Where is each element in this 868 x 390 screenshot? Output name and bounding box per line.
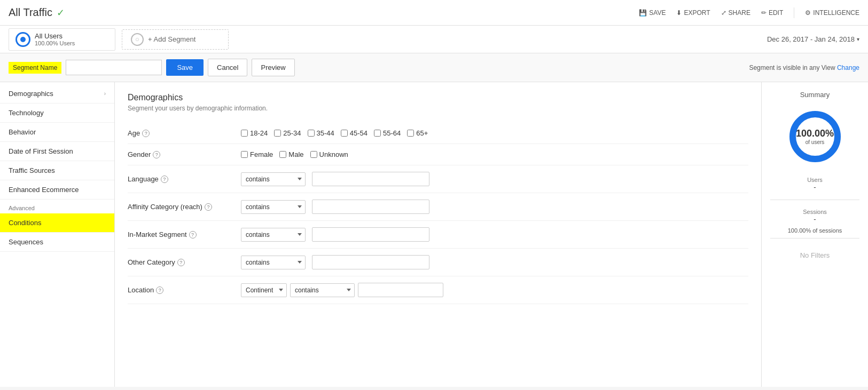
other-category-operator[interactable]: contains doesn't contain exactly matches… [241, 256, 306, 269]
in-market-label: In-Market Segment ? [128, 230, 234, 238]
donut-percent: 100.00% [796, 128, 834, 139]
other-category-row: Other Category ? contains doesn't contai… [128, 249, 748, 276]
location-operator[interactable]: contains doesn't contain exactly matches… [290, 283, 355, 297]
page-title: All Traffic [9, 6, 52, 19]
verified-icon: ✓ [57, 7, 65, 19]
demographics-title: Demographics [128, 93, 748, 102]
summary-divider-1 [770, 200, 859, 200]
location-help-icon[interactable]: ? [156, 286, 163, 294]
top-bar: All Traffic ✓ 💾 SAVE ⬇ EXPORT ⤢ SHARE ✏ … [0, 0, 868, 26]
in-market-operator[interactable]: contains doesn't contain exactly matches… [241, 228, 306, 242]
chevron-right-icon: › [104, 91, 106, 97]
age-65plus[interactable]: 65+ [407, 129, 428, 137]
gender-female[interactable]: Female [241, 150, 273, 158]
age-row: Age ? 18-24 25-34 35-44 45-54 55-64 [128, 123, 748, 144]
segment-bar: All Users 100.00% Users ○ + Add Segment … [0, 26, 868, 53]
in-market-help-icon[interactable]: ? [189, 231, 197, 238]
age-55-64[interactable]: 55-64 [374, 129, 401, 137]
gender-help-icon[interactable]: ? [153, 151, 160, 158]
sidebar-item-demographics[interactable]: Demographics › [0, 84, 114, 104]
segment-circle-inner [20, 37, 26, 42]
age-25-34[interactable]: 25-34 [274, 129, 301, 137]
gender-unknown[interactable]: Unknown [310, 150, 348, 158]
location-input[interactable] [358, 283, 443, 297]
preview-button[interactable]: Preview [252, 59, 294, 76]
advanced-label: Advanced [0, 200, 114, 213]
add-segment[interactable]: ○ + Add Segment [122, 29, 229, 50]
sidebar-item-enhanced-ecommerce[interactable]: Enhanced Ecommerce [0, 180, 114, 200]
cancel-button[interactable]: Cancel [208, 59, 247, 76]
segment-info: All Users 100.00% Users [35, 32, 75, 46]
language-help-icon[interactable]: ? [161, 176, 168, 183]
segment-sub: 100.00% Users [35, 40, 75, 46]
segment-name-label: Segment Name [9, 62, 61, 74]
save-icon: 💾 [639, 9, 647, 17]
chevron-down-icon: ▾ [857, 36, 859, 42]
age-help-icon[interactable]: ? [142, 130, 150, 137]
date-range-text: Dec 26, 2017 - Jan 24, 2018 [767, 35, 855, 43]
other-category-label: Other Category ? [128, 258, 234, 266]
edit-label: EDIT [769, 9, 783, 17]
other-category-help-icon[interactable]: ? [177, 259, 185, 266]
demographics-subtitle: Segment your users by demographic inform… [128, 105, 748, 112]
segment-bar-left: All Users 100.00% Users ○ + Add Segment [9, 28, 229, 51]
in-market-input[interactable] [312, 227, 429, 242]
affinity-input[interactable] [312, 200, 429, 214]
export-label: EXPORT [684, 9, 710, 17]
affinity-operator[interactable]: contains doesn't contain exactly matches… [241, 200, 306, 214]
location-selects: Continent Country Region Metro City cont… [241, 283, 443, 297]
other-category-input[interactable] [312, 255, 429, 269]
sidebar-item-sequences[interactable]: Sequences [0, 233, 114, 252]
segment-name-bar: Segment Name Save Cancel Preview Segment… [0, 53, 868, 82]
edit-action[interactable]: ✏ EDIT [761, 9, 783, 17]
save-button[interactable]: Save [166, 59, 204, 76]
sidebar-item-behavior[interactable]: Behavior [0, 123, 114, 142]
gender-male[interactable]: Male [279, 150, 303, 158]
intelligence-action[interactable]: ⚙ INTELLIGENCE [805, 9, 859, 17]
language-label: Language ? [128, 175, 234, 183]
sessions-label: Sessions [803, 209, 827, 215]
in-market-row: In-Market Segment ? contains doesn't con… [128, 221, 748, 249]
language-operator[interactable]: contains doesn't contain exactly matches… [241, 172, 306, 186]
users-label: Users [807, 177, 823, 183]
add-segment-circle: ○ [131, 33, 144, 46]
save-label: SAVE [649, 9, 666, 17]
main-layout: Demographics › Technology Behavior Date … [0, 82, 868, 387]
location-label: Location ? [128, 286, 234, 294]
share-icon: ⤢ [721, 9, 726, 17]
summary-divider-2 [770, 238, 859, 238]
segment-circle [15, 32, 30, 47]
summary-title: Summary [800, 91, 830, 99]
sessions-pct: 100.00% of sessions [788, 227, 842, 234]
export-icon: ⬇ [676, 9, 682, 17]
segment-name-input[interactable] [66, 60, 162, 75]
share-action[interactable]: ⤢ SHARE [721, 9, 750, 17]
sidebar-item-conditions[interactable]: Conditions [0, 213, 114, 233]
sessions-stat: Sessions - [803, 209, 827, 223]
add-segment-label: + Add Segment [148, 35, 196, 43]
users-stat: Users - [807, 177, 823, 191]
sidebar-item-traffic-sources[interactable]: Traffic Sources [0, 161, 114, 180]
sessions-value: - [803, 215, 827, 223]
age-35-44[interactable]: 35-44 [308, 129, 334, 137]
share-label: SHARE [729, 9, 750, 17]
gender-row: Gender ? Female Male Unknown [128, 144, 748, 165]
affinity-help-icon[interactable]: ? [205, 203, 212, 211]
date-range[interactable]: Dec 26, 2017 - Jan 24, 2018 ▾ [767, 35, 859, 43]
language-row: Language ? contains doesn't contain exac… [128, 165, 748, 193]
affinity-label: Affinity Category (reach) ? [128, 203, 234, 211]
all-users-segment[interactable]: All Users 100.00% Users [9, 28, 115, 51]
change-link[interactable]: Change [837, 64, 859, 71]
top-bar-right: 💾 SAVE ⬇ EXPORT ⤢ SHARE ✏ EDIT ⚙ INTELLI… [639, 7, 859, 18]
save-action[interactable]: 💾 SAVE [639, 9, 666, 17]
sidebar-item-date-of-first-session[interactable]: Date of First Session [0, 142, 114, 161]
summary-panel: Summary 100.00% of users Users - Session… [761, 82, 868, 387]
sidebar-item-technology[interactable]: Technology [0, 104, 114, 123]
users-value: - [807, 183, 823, 191]
intelligence-icon: ⚙ [805, 9, 811, 17]
export-action[interactable]: ⬇ EXPORT [676, 9, 710, 17]
age-18-24[interactable]: 18-24 [241, 129, 268, 137]
age-45-54[interactable]: 45-54 [341, 129, 367, 137]
location-type[interactable]: Continent Country Region Metro City [241, 283, 287, 297]
language-input[interactable] [312, 172, 429, 186]
